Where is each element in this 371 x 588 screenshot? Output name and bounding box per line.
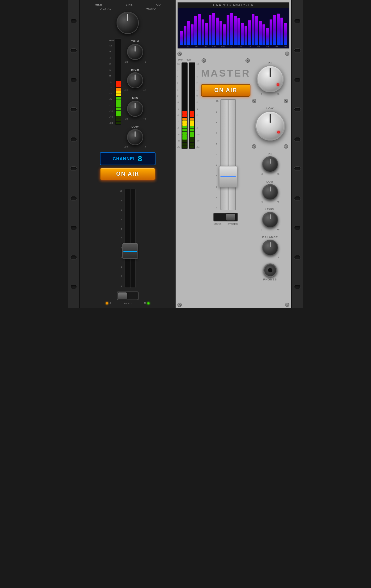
master-fader-area: 10 9 8 7 6 5 4 3 2 1 0 <box>216 99 236 210</box>
master-hi-small-container: HI -6 +6 <box>261 152 279 175</box>
vu-label-over: over <box>109 39 114 42</box>
trim-label: TRIM <box>131 40 139 43</box>
analyzer-bar <box>220 21 223 45</box>
rack-hole <box>294 255 301 259</box>
analyzer-bar <box>209 15 212 45</box>
low-label: LOW <box>131 125 139 128</box>
master-low-knob[interactable] <box>255 111 285 141</box>
balance-range: L R <box>261 256 279 258</box>
rack-hole <box>70 196 77 200</box>
input-labels-top: MIKE LINE CD <box>83 3 173 6</box>
channel-text: CHANNEL <box>113 156 136 161</box>
channel-panel: MIKE LINE CD DIGITAL PHONO over 10 7 <box>80 0 176 308</box>
low-knob[interactable] <box>127 129 143 145</box>
mono-stereo-container: MONO STEREO <box>213 213 238 225</box>
vu-seg-yellow2 <box>116 94 121 96</box>
screw-k1 <box>252 99 256 103</box>
analyzer-container: GRAPHIC ANALYZER 0 30 100 250 480 600 2k… <box>177 2 289 49</box>
channel-toggle[interactable] <box>117 292 139 300</box>
rack-hole <box>70 166 77 171</box>
analyzer-bar <box>245 26 248 45</box>
master-hi-label: HI <box>268 61 272 64</box>
analyzer-bar <box>248 20 251 45</box>
channel-fader-handle[interactable] <box>122 243 138 259</box>
mid-knob[interactable] <box>127 101 143 117</box>
rack-hole <box>294 196 301 200</box>
high-label: HIGH <box>131 68 139 71</box>
master-fader-track[interactable] <box>220 99 236 210</box>
b-label: B <box>144 302 146 305</box>
low-container: LOW -26 +6 <box>124 125 146 149</box>
screw-k2 <box>284 99 288 103</box>
analyzer-bar <box>255 16 258 45</box>
channel-fader-track[interactable] <box>125 189 136 288</box>
master-low-small-container: LOW -6 +6 <box>261 180 279 203</box>
master-phones-container: PHONES <box>263 263 277 282</box>
analyzer-title: GRAPHIC ANALYZER <box>178 2 289 8</box>
analyzer-bar <box>252 14 255 45</box>
master-hi-container: HI 0 +6 <box>257 61 284 95</box>
high-knob[interactable] <box>127 72 143 88</box>
master-right-knobs: HI 0 +6 LOW <box>250 58 290 300</box>
high-range: -26 +6 <box>124 89 146 92</box>
master-level-knob[interactable] <box>262 212 278 228</box>
trim-knob[interactable] <box>127 44 143 60</box>
input-selector-knob[interactable] <box>117 12 139 34</box>
screw-row-bottom <box>176 302 291 308</box>
knob-screws-1 <box>252 99 288 103</box>
vu-eq-row: over 10 7 4 2 1 0 -1 -2 -3 -5 -7 -10 -15 <box>83 39 173 150</box>
analyzer-bar <box>241 23 244 45</box>
analyzer-display <box>178 8 289 45</box>
analyzer-bar <box>202 19 205 45</box>
a-label: A <box>109 302 111 305</box>
master-fader-handle[interactable] <box>219 166 237 187</box>
over-label-1: over <box>177 58 183 61</box>
master-hi-small-knob[interactable] <box>262 156 278 172</box>
led-a <box>106 302 108 304</box>
master-main: over over 10 7 4 2 1 0 -1 -2 <box>176 57 291 302</box>
mixer-panel: MIKE LINE CD DIGITAL PHONO over 10 7 <box>68 0 303 308</box>
hi-red-dot <box>277 83 279 86</box>
screw-tr <box>285 52 289 56</box>
on-air-button[interactable]: ON AIR <box>100 168 156 180</box>
master-hi-knob[interactable] <box>257 65 284 92</box>
analyzer-bar <box>273 15 276 45</box>
analyzer-bar <box>280 18 284 45</box>
channel-fader-scale: 10 9 8 7 6 5 4 3 2 1 0 <box>120 189 122 288</box>
master-level-label: LEVEL <box>265 208 275 211</box>
master-balance-knob[interactable] <box>262 240 278 256</box>
master-vu-container: over over 10 7 4 2 1 0 -1 -2 <box>177 58 199 149</box>
mono-label: MONO <box>214 223 221 225</box>
master-low-small-knob[interactable] <box>262 184 278 200</box>
line-label: LINE <box>126 3 133 6</box>
screw-bl <box>177 303 182 307</box>
rack-hole <box>70 285 77 289</box>
screw-row-top <box>176 51 291 57</box>
analyzer-bar <box>227 15 230 45</box>
mono-stereo-toggle[interactable] <box>213 213 238 221</box>
rack-hole <box>70 78 77 82</box>
input-selector-area: MIKE LINE CD DIGITAL PHONO <box>83 3 173 34</box>
rack-hole <box>294 78 301 82</box>
vu-seg-green3 <box>116 102 121 105</box>
analyzer-bar <box>230 13 233 45</box>
screw-k3 <box>252 144 256 149</box>
trim-container: TRIM -26 +9 <box>124 40 146 63</box>
rack-hole <box>70 137 77 141</box>
rack-hole <box>70 107 77 112</box>
master-on-air-button[interactable]: ON AIR <box>201 84 250 97</box>
analyzer-bar <box>184 26 187 45</box>
phones-jack[interactable] <box>263 263 277 277</box>
mid-label: MID <box>132 97 139 100</box>
analyzer-bar <box>259 21 262 45</box>
master-balance-label: BALANCE <box>262 236 278 239</box>
vu-seg-dark1 <box>116 116 121 119</box>
rack-hole <box>294 166 301 171</box>
analyzer-bar <box>216 18 219 45</box>
mike-label: MIKE <box>95 3 102 6</box>
trim-range: -26 +9 <box>124 61 146 63</box>
master-hi-mid-label: HI <box>268 152 272 155</box>
analyzer-bar <box>194 16 197 45</box>
stereo-label: STEREO <box>228 223 238 225</box>
toggle-thumb <box>118 292 127 299</box>
